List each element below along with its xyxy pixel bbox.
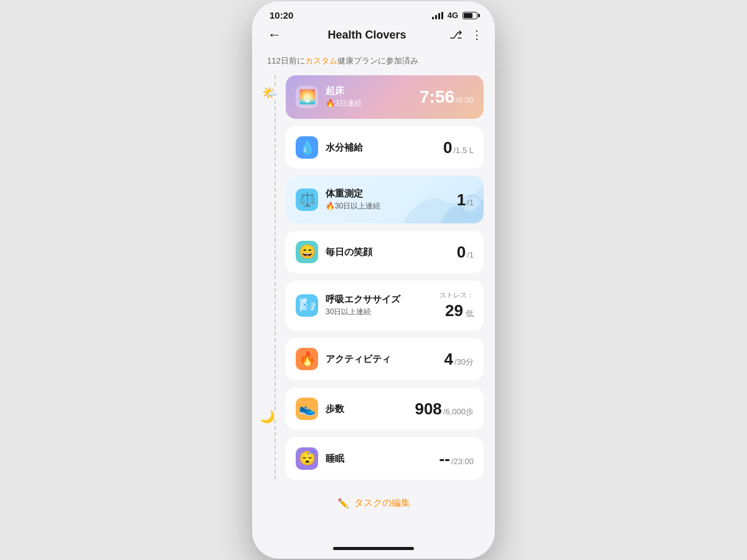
card-left: 👟 歩数	[296, 398, 344, 420]
stress-num: 29	[445, 301, 463, 320]
steps-value-main: 908	[415, 399, 441, 419]
smile-value: 0 /1	[457, 243, 474, 262]
card-info: 水分補給	[326, 142, 363, 154]
breath-card[interactable]: 🌬️ 呼吸エクササイズ 30日以上連続 ストレス： 29 低	[286, 281, 484, 330]
weight-value-sub: /1	[467, 198, 474, 207]
smile-value-sub: /1	[467, 250, 474, 259]
breath-name: 呼吸エクササイズ	[326, 294, 400, 306]
home-bar	[333, 547, 414, 550]
card-info: 呼吸エクササイズ 30日以上連続	[326, 294, 400, 317]
weight-card[interactable]: ⚖️ 体重測定 🔥30日以上連続	[286, 176, 484, 223]
edit-tasks-label: タスクの編集	[354, 497, 410, 509]
smile-value-main: 0	[457, 243, 466, 262]
card-info: 睡眠	[326, 453, 344, 465]
wake-card[interactable]: 🌅 起床 🔥3日連続 7:56 /8:00	[286, 75, 484, 119]
weight-value: 1 /1	[457, 190, 474, 210]
card-info: アクティビティ	[326, 353, 391, 365]
activity-name: アクティビティ	[326, 353, 391, 365]
water-name: 水分補給	[326, 142, 363, 154]
card-left: ⚖️ 体重測定 🔥30日以上連続	[296, 188, 380, 212]
wake-value-sub: /8:00	[456, 95, 474, 105]
edit-tasks-icon: ✏️	[337, 498, 349, 509]
steps-card[interactable]: 👟 歩数 908 /6,000歩	[286, 388, 484, 430]
sleep-icon: 😴	[296, 447, 318, 470]
battery-icon	[463, 12, 477, 19]
stress-value: 29 低	[445, 301, 474, 320]
weight-streak: 🔥30日以上連続	[326, 201, 380, 212]
home-indicator	[252, 538, 495, 559]
activity-value: 4 /30分	[444, 350, 474, 369]
card-info: 起床 🔥3日連続	[326, 85, 362, 109]
status-icons: 4G	[432, 11, 477, 20]
steps-value: 908 /6,000歩	[415, 399, 474, 419]
card-left: 😴 睡眠	[296, 447, 344, 470]
join-highlight: カスタム	[305, 56, 337, 65]
more-icon[interactable]: ⋮	[471, 28, 482, 42]
smile-card[interactable]: 😄 毎日の笑顔 0 /1	[286, 231, 484, 273]
signal-icon	[432, 12, 443, 19]
breath-icon: 🌬️	[296, 294, 318, 317]
stress-label: ストレス：	[439, 291, 474, 300]
phone-frame: 10:20 4G ← Health Clovers ⎇ ⋮ 112日前にカスタム…	[252, 1, 495, 559]
water-icon: 💧	[296, 136, 318, 159]
card-info: 歩数	[326, 403, 344, 415]
smile-name: 毎日の笑顔	[326, 246, 372, 258]
sleep-name: 睡眠	[326, 453, 344, 465]
steps-name: 歩数	[326, 403, 344, 415]
card-left: 🔥 アクティビティ	[296, 348, 391, 370]
card-left: 🌬️ 呼吸エクササイズ 30日以上連続	[296, 294, 400, 317]
card-info: 毎日の笑顔	[326, 246, 372, 258]
steps-icon: 👟	[296, 398, 318, 420]
sleep-value-main: --	[439, 449, 450, 469]
network-label: 4G	[448, 11, 458, 20]
smile-icon: 😄	[296, 241, 318, 263]
activity-value-sub: /30分	[454, 357, 474, 368]
status-bar: 10:20 4G	[252, 1, 495, 24]
wake-name: 起床	[326, 85, 362, 97]
share-icon[interactable]: ⎇	[449, 28, 463, 42]
join-suffix: 健康プランに参加済み	[337, 56, 418, 65]
status-time: 10:20	[270, 10, 293, 21]
water-value: 0 /1.5 L	[443, 138, 474, 157]
stress-container: ストレス： 29 低	[439, 291, 474, 320]
activity-card[interactable]: 🔥 アクティビティ 4 /30分	[286, 338, 484, 380]
wake-value: 7:56 /8:00	[420, 87, 474, 107]
join-notice: 112日前にカスタム健康プランに参加済み	[252, 49, 495, 75]
weight-value-main: 1	[457, 190, 466, 210]
nav-actions: ⎇ ⋮	[449, 28, 482, 42]
night-icon: 🌙	[258, 408, 276, 425]
weight-icon: ⚖️	[296, 189, 318, 211]
sleep-value: -- /23:00	[439, 449, 474, 469]
breath-streak: 30日以上連続	[326, 307, 400, 317]
sleep-card[interactable]: 😴 睡眠 -- /23:00	[286, 437, 484, 480]
page-title: Health Clovers	[327, 29, 406, 42]
sleep-value-sub: /23:00	[451, 457, 474, 466]
activity-icon: 🔥	[296, 348, 318, 370]
wake-value-main: 7:56	[420, 87, 454, 107]
scroll-area: 112日前にカスタム健康プランに参加済み 🌤️ 🌅 起床 🔥3日連続	[252, 49, 495, 538]
stress-level: 低	[466, 308, 474, 319]
card-left: 😄 毎日の笑顔	[296, 241, 372, 263]
edit-tasks-button[interactable]: ✏️ タスクの編集	[252, 487, 495, 519]
water-value-sub: /1.5 L	[453, 146, 474, 155]
weight-name: 体重測定	[326, 188, 380, 200]
morning-icon: 🌤️	[261, 84, 278, 101]
card-left: 💧 水分補給	[296, 136, 363, 159]
water-card[interactable]: 💧 水分補給 0 /1.5 L	[286, 126, 484, 169]
wake-icon: 🌅	[296, 86, 318, 108]
join-prefix: 112日前に	[267, 56, 305, 65]
cards-container: 🌅 起床 🔥3日連続 7:56 /8:00 💧	[286, 75, 484, 480]
card-left: 🌅 起床 🔥3日連続	[296, 85, 362, 109]
back-button[interactable]: ←	[265, 27, 284, 43]
card-info: 体重測定 🔥30日以上連続	[326, 188, 380, 212]
wake-streak: 🔥3日連続	[326, 98, 362, 109]
stress-label-text: ストレス：	[439, 291, 474, 299]
steps-value-sub: /6,000歩	[443, 406, 474, 418]
nav-bar: ← Health Clovers ⎇ ⋮	[252, 24, 495, 49]
activity-value-main: 4	[444, 350, 453, 369]
water-value-main: 0	[443, 138, 452, 157]
